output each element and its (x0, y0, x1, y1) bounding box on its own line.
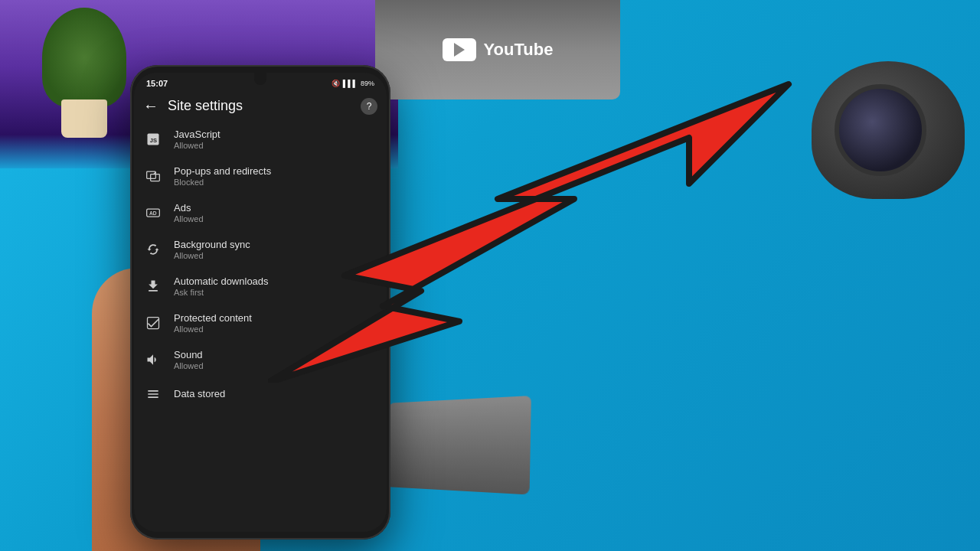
popups-name: Pop-ups and redirects (174, 165, 376, 177)
youtube-box: YouTube (375, 0, 620, 99)
ads-text: Ads Allowed (174, 202, 376, 223)
javascript-name: JavaScript (174, 129, 376, 140)
protected-content-value: Allowed (174, 324, 376, 334)
data-stored-text: Data stored (174, 388, 376, 400)
phone-screen: 15:07 🔇 ▌▌▌ 89% ← Site settings ? JS Jav… (134, 73, 387, 532)
popups-value: Blocked (174, 178, 376, 187)
back-button[interactable]: ← (143, 97, 158, 115)
svg-rect-2 (147, 171, 156, 178)
ads-icon: AD (145, 204, 162, 221)
javascript-value: Allowed (174, 141, 376, 150)
automatic-downloads-text: Automatic downloads Ask first (174, 276, 376, 297)
svg-rect-7 (148, 318, 159, 329)
sound-text: Sound Allowed (174, 349, 376, 370)
card-reader-decoration (381, 396, 531, 494)
setting-item-data-stored[interactable]: Data stored (134, 378, 387, 410)
protected-content-name: Protected content (174, 312, 376, 324)
svg-text:AD: AD (149, 210, 157, 216)
data-icon (145, 386, 162, 403)
plant-pot (61, 99, 107, 138)
background-sync-value: Allowed (174, 251, 376, 260)
mute-icon: 🔇 (332, 80, 340, 87)
setting-item-sound[interactable]: Sound Allowed (134, 341, 387, 378)
app-bar: ← Site settings ? (134, 91, 387, 121)
phone: 15:07 🔇 ▌▌▌ 89% ← Site settings ? JS Jav… (130, 65, 390, 540)
automatic-downloads-value: Ask first (174, 288, 376, 297)
ads-value: Allowed (174, 214, 376, 223)
setting-item-automatic-downloads[interactable]: Automatic downloads Ask first (134, 268, 387, 305)
automatic-downloads-name: Automatic downloads (174, 276, 376, 287)
background-sync-name: Background sync (174, 239, 376, 250)
help-button[interactable]: ? (361, 98, 377, 115)
plant-leaves (42, 8, 126, 107)
background-sync-text: Background sync Allowed (174, 239, 376, 260)
popups-text: Pop-ups and redirects Blocked (174, 165, 376, 187)
phone-notch (254, 73, 266, 85)
camera-decoration (812, 61, 965, 199)
youtube-logo: YouTube (443, 38, 554, 61)
setting-item-popups[interactable]: Pop-ups and redirects Blocked (134, 158, 387, 194)
signal-icon: ▌▌▌ (343, 80, 358, 87)
popups-icon (145, 168, 162, 184)
status-time: 15:07 (146, 79, 168, 88)
settings-list: JS JavaScript Allowed Pop-ups and redire… (134, 121, 387, 410)
javascript-text: JavaScript Allowed (174, 129, 376, 150)
setting-item-protected-content[interactable]: Protected content Allowed (134, 305, 387, 341)
plant-decoration (38, 15, 130, 138)
protected-content-text: Protected content Allowed (174, 312, 376, 334)
youtube-play-icon (454, 43, 465, 57)
protected-icon (145, 315, 162, 331)
sound-icon (145, 351, 162, 368)
sound-name: Sound (174, 349, 376, 360)
sync-icon (145, 241, 162, 258)
youtube-text: YouTube (484, 40, 554, 60)
camera-lens (835, 84, 926, 176)
setting-item-ads[interactable]: AD Ads Allowed (134, 194, 387, 231)
svg-text:JS: JS (150, 137, 157, 144)
svg-rect-3 (151, 174, 160, 181)
page-title: Site settings (168, 98, 351, 114)
setting-item-javascript[interactable]: JS JavaScript Allowed (134, 121, 387, 158)
youtube-icon (443, 38, 476, 61)
download-icon (145, 278, 162, 295)
setting-item-background-sync[interactable]: Background sync Allowed (134, 231, 387, 268)
sound-value: Allowed (174, 361, 376, 370)
battery-icon: 89% (361, 80, 374, 87)
ads-name: Ads (174, 202, 376, 214)
javascript-icon: JS (145, 131, 162, 148)
status-icons: 🔇 ▌▌▌ 89% (332, 80, 374, 87)
data-stored-name: Data stored (174, 388, 376, 399)
